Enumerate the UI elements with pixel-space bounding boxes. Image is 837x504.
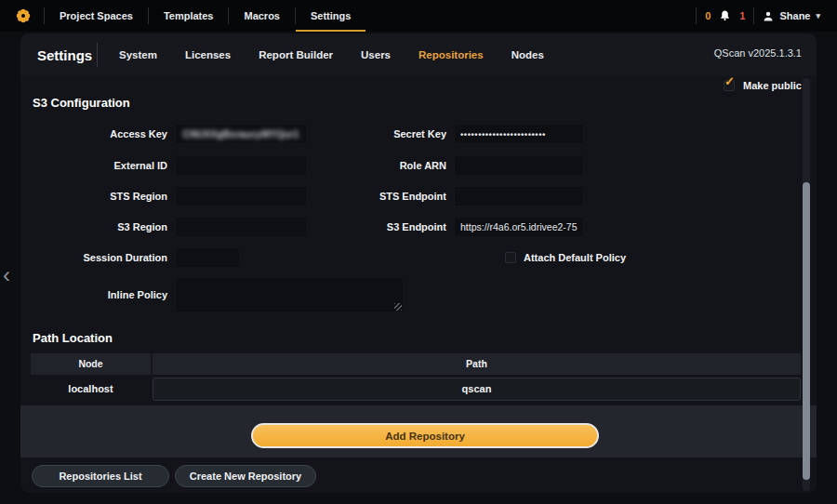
add-repository-button[interactable]: Add Repository <box>251 423 599 448</box>
s3-region-input[interactable] <box>175 217 307 237</box>
column-header-path: Path <box>151 353 801 375</box>
tab-report-builder[interactable]: Report Builder <box>259 49 333 60</box>
session-duration-input[interactable] <box>175 247 240 268</box>
column-header-node: Node <box>31 353 151 375</box>
path-cell[interactable]: qscan <box>153 378 801 401</box>
tab-licenses[interactable]: Licenses <box>185 49 231 60</box>
form-row-keys: Access Key CNUXXgBxraucyMYQur1 Secret Ke… <box>20 124 817 144</box>
nav-item-settings[interactable]: Settings <box>296 0 365 32</box>
nav-item-macros[interactable]: Macros <box>229 0 295 32</box>
node-cell: localhost <box>31 375 151 403</box>
access-key-redacted-value: CNUXXgBxraucyMYQur1 <box>183 128 299 139</box>
bell-icon[interactable] <box>719 9 731 22</box>
nav-item-templates[interactable]: Templates <box>149 0 229 32</box>
path-location-heading: Path Location <box>33 331 113 345</box>
form-row-sts: STS Region STS Endpoint <box>20 186 817 206</box>
nav-separator <box>696 7 697 24</box>
form-row-s3: S3 Region S3 Endpoint <box>20 217 817 237</box>
table-row: localhost qscan <box>31 375 801 403</box>
role-arn-input[interactable] <box>454 155 584 176</box>
panel-collapse-chevron-left-icon[interactable]: ‹ <box>3 264 10 286</box>
settings-tabs: System Licenses Report Builder Users Rep… <box>119 33 544 76</box>
app-version-label: QScan v2025.1.3.1 <box>714 33 802 73</box>
settings-panel: Settings System Licenses Report Builder … <box>20 33 817 493</box>
user-name: Shane <box>779 10 810 21</box>
make-public-row: ✓ Make public <box>724 80 802 91</box>
page-title: Settings <box>37 33 92 76</box>
s3-configuration-heading: S3 Configuration <box>33 96 130 110</box>
s3-endpoint-input[interactable] <box>454 217 584 237</box>
access-key-input[interactable]: CNUXXgBxraucyMYQur1 <box>175 124 307 144</box>
secret-key-label: Secret Key <box>299 124 446 144</box>
access-key-label: Access Key <box>20 124 167 144</box>
tab-nodes[interactable]: Nodes <box>512 49 544 60</box>
s3-endpoint-label: S3 Endpoint <box>299 217 446 237</box>
checkmark-icon: ✓ <box>724 74 735 88</box>
notification-count-low: 0 <box>705 10 711 21</box>
create-new-repository-button[interactable]: Create New Repository <box>175 465 316 487</box>
secret-key-input[interactable] <box>454 124 584 144</box>
external-id-label: External ID <box>20 155 167 176</box>
textarea-resize-handle-icon[interactable] <box>394 303 402 311</box>
app-logo-gear-icon[interactable] <box>15 7 32 24</box>
header-divider <box>97 43 98 67</box>
tab-system[interactable]: System <box>119 49 157 60</box>
top-navigation-bar: Project Spaces Templates Macros Settings… <box>0 0 837 32</box>
scrollbar-thumb[interactable] <box>803 182 810 480</box>
nav-right-cluster: 0 1 Shane ▾ <box>696 7 837 24</box>
sts-region-label: STS Region <box>20 186 167 206</box>
make-public-label: Make public <box>743 80 802 91</box>
role-arn-label: Role ARN <box>299 155 446 176</box>
external-id-input[interactable] <box>175 155 307 176</box>
attach-default-policy-checkbox[interactable] <box>505 252 516 263</box>
attach-default-policy-label: Attach Default Policy <box>524 247 626 268</box>
tab-repositories[interactable]: Repositories <box>418 49 484 60</box>
tab-users[interactable]: Users <box>361 49 391 60</box>
form-row-session: Session Duration Attach Default Policy <box>20 247 817 268</box>
inline-policy-label: Inline Policy <box>20 277 167 312</box>
repositories-list-button[interactable]: Repositories List <box>32 465 169 487</box>
s3-region-label: S3 Region <box>20 217 167 237</box>
user-menu[interactable]: Shane ▾ <box>763 10 820 22</box>
nav-separator <box>753 7 754 24</box>
inline-policy-textarea[interactable] <box>175 277 404 312</box>
person-icon <box>763 10 774 22</box>
sts-region-input[interactable] <box>175 186 307 206</box>
notification-count-high: 1 <box>739 10 745 21</box>
make-public-checkbox[interactable]: ✓ <box>724 80 735 91</box>
nav-item-project-spaces[interactable]: Project Spaces <box>45 0 148 32</box>
form-row-ids: External ID Role ARN <box>20 155 817 176</box>
chevron-down-icon: ▾ <box>816 11 820 20</box>
form-row-policy: Inline Policy <box>20 277 817 312</box>
sts-endpoint-label: STS Endpoint <box>299 186 446 206</box>
session-duration-label: Session Duration <box>20 247 167 268</box>
path-table-header: Node Path <box>31 353 801 375</box>
sts-endpoint-input[interactable] <box>454 186 584 206</box>
